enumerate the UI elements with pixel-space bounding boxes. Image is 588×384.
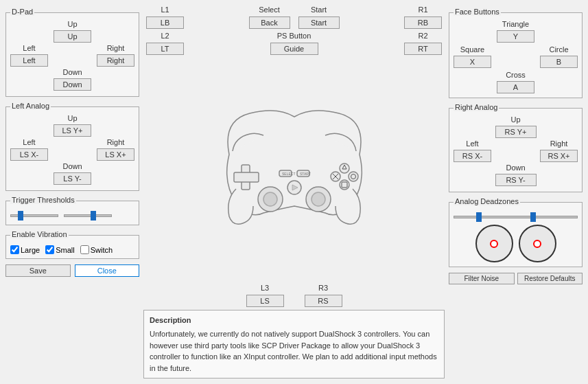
save-button[interactable]: Save [5, 264, 71, 277]
small-vibration-label: Small [56, 246, 75, 254]
l3-group: L3 LS [246, 284, 284, 307]
ls-down-label: Down [62, 162, 82, 170]
l1-l2-group: L1 LB L2 LT [146, 5, 184, 55]
deadzone-circles [454, 225, 578, 262]
l3-r3-row: L3 LS R3 RS [143, 284, 445, 307]
ls-down-button[interactable]: LS Y- [54, 172, 91, 185]
rs-down-row: Down RS Y- [454, 163, 578, 186]
switch-vibration-label: Switch [91, 246, 113, 254]
cross-button[interactable]: A [497, 81, 534, 93]
svg-point-4 [349, 172, 358, 181]
square-label: Square [460, 45, 484, 54]
ls-right-col: Right LS X+ [97, 138, 134, 161]
r2-button[interactable]: RT [404, 43, 442, 55]
deadzone-left-handle[interactable] [476, 212, 482, 222]
switch-vibration-checkbox[interactable] [80, 245, 89, 254]
dpad-left-button[interactable]: Left [10, 54, 48, 67]
left-analog-group: Left Analog Up LS Y+ Left LS X- Right LS… [5, 106, 139, 191]
large-vibration-checkbox[interactable] [10, 245, 19, 254]
trigger-right-handle[interactable] [91, 211, 96, 221]
svg-text:START: START [300, 172, 311, 176]
large-vibration-item: Large [10, 245, 40, 254]
footer-buttons: Save Close [5, 264, 139, 277]
l1-group: L1 LB [146, 5, 184, 29]
dpad-up-button[interactable]: Up [54, 30, 91, 43]
dpad-down-row: Down Down [10, 68, 134, 91]
trigger-right-slider-wrap[interactable] [64, 211, 112, 221]
dpad-down-button[interactable]: Down [54, 78, 91, 91]
deadzone-slider-track [454, 216, 578, 218]
r3-button[interactable]: RS [305, 295, 342, 307]
face-buttons-title: Face Buttons [454, 8, 501, 16]
l1-button[interactable]: LB [146, 16, 184, 29]
ls-left-button[interactable]: LS X- [10, 148, 48, 161]
l2-button[interactable]: LT [146, 43, 184, 55]
triangle-label: Triangle [502, 20, 529, 28]
dpad-right-col: Right Right [97, 44, 134, 67]
bottom-right-buttons: Filter Noise Restore Defaults [449, 273, 583, 284]
rs-down-button[interactable]: RS Y- [495, 174, 537, 186]
vibration-group: Enable Vibration Large Small Switch [5, 235, 139, 259]
dpad-title: D-Pad [10, 8, 34, 16]
start-button[interactable]: Start [298, 16, 340, 29]
r1-button[interactable]: RB [404, 16, 442, 29]
deadzone-right-inner [533, 240, 541, 248]
select-button[interactable]: Back [249, 16, 290, 29]
trigger-left-handle[interactable] [18, 211, 23, 221]
rs-sides-row: Left RS X- Right RS X+ [454, 139, 578, 162]
circle-group: Circle B [540, 45, 578, 68]
description-box: Description Unfortunately, we currently … [143, 310, 445, 379]
controller-top-row: L1 LB L2 LT Select Back Start S [143, 5, 445, 55]
dpad-down-label: Down [62, 68, 82, 76]
rs-right-label: Right [550, 139, 568, 148]
rs-left-button[interactable]: RS X- [454, 150, 491, 162]
rs-up-col: Up RS Y+ [495, 115, 537, 138]
ps-label: PS Button [277, 32, 311, 40]
controller-svg-container: SELECT START [143, 58, 445, 280]
close-button[interactable]: Close [75, 264, 140, 277]
ls-up-button[interactable]: LS Y+ [54, 124, 91, 137]
rs-up-label: Up [510, 115, 520, 124]
rs-right-button[interactable]: RS X+ [540, 150, 578, 162]
circle-label: Circle [549, 45, 568, 54]
ps-button[interactable]: Guide [270, 43, 318, 55]
square-circle-row: Square X Circle B [454, 45, 578, 68]
l3-label: L3 [261, 284, 269, 292]
face-buttons-group: Face Buttons Triangle Y Square X Circle … [449, 12, 583, 98]
ls-down-row: Down LS Y- [10, 162, 134, 185]
vibration-checkboxes: Large Small Switch [10, 245, 134, 254]
l3-button[interactable]: LS [246, 295, 284, 307]
rs-up-button[interactable]: RS Y+ [495, 126, 537, 138]
square-group: Square X [454, 45, 491, 68]
cross-label: Cross [506, 71, 526, 79]
svg-rect-1 [234, 172, 259, 182]
select-start-ps-group: Select Back Start Start PS Button Guide [249, 5, 340, 55]
r3-group: R3 RS [305, 284, 342, 307]
small-vibration-checkbox[interactable] [45, 245, 54, 254]
trigger-left-slider-wrap[interactable] [10, 211, 58, 221]
ls-right-label: Right [107, 138, 125, 146]
square-button[interactable]: X [454, 56, 491, 68]
r2-group: R2 RT [404, 32, 442, 55]
vibration-title: Enable Vibration [10, 230, 69, 238]
restore-defaults-button[interactable]: Restore Defaults [517, 273, 583, 284]
rs-right-col: Right RS X+ [540, 139, 578, 162]
filter-noise-button[interactable]: Filter Noise [449, 273, 515, 284]
trigger-right-track [64, 214, 112, 217]
cross-group: Cross A [454, 71, 578, 93]
r1-group: R1 RB [404, 5, 442, 29]
deadzone-slider-wrap[interactable] [454, 212, 578, 222]
ls-sides-row: Left LS X- Right LS X+ [10, 138, 134, 161]
rs-left-col: Left RS X- [454, 139, 491, 162]
right-analog-group: Right Analog Up RS Y+ Left RS X- Right R… [449, 108, 583, 192]
ls-right-button[interactable]: LS X+ [97, 148, 134, 161]
ps-group: PS Button Guide [270, 32, 318, 55]
select-label: Select [259, 5, 280, 14]
small-vibration-item: Small [45, 245, 75, 254]
triangle-button[interactable]: Y [497, 30, 534, 43]
deadzone-right-handle[interactable] [530, 212, 536, 222]
circle-button[interactable]: B [540, 56, 578, 68]
r2-label: R2 [418, 32, 427, 40]
analog-deadzones-title: Analog Deadzones [454, 197, 520, 205]
dpad-right-button[interactable]: Right [97, 54, 134, 67]
